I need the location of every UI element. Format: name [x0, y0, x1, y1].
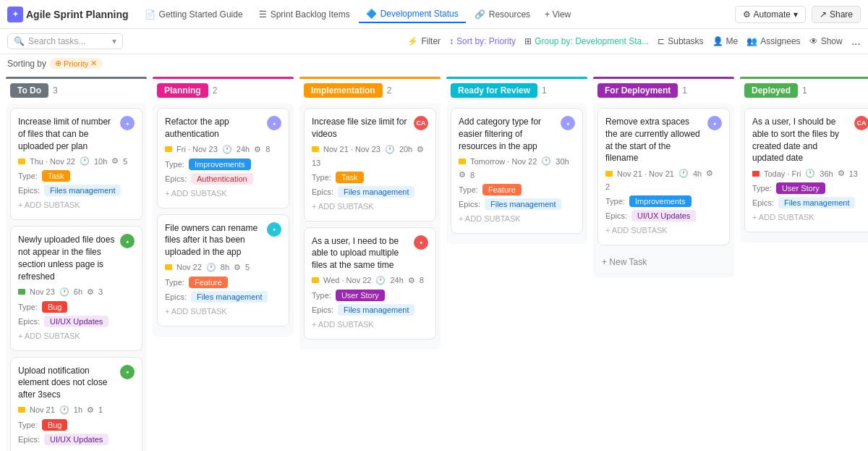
col-label: For Deployment: [597, 83, 678, 98]
task-card[interactable]: Increase file size limit for videos CA N…: [304, 108, 436, 222]
share-icon: ↗: [820, 9, 827, 20]
card-meta: Nov 21 · Nov 21 🕐 4h ⚙ 2: [605, 169, 722, 191]
add-subtask-button[interactable]: + ADD SUBTASK: [459, 211, 575, 226]
type-tag[interactable]: Bug: [42, 301, 68, 313]
sort-button[interactable]: ↕ Sort by: Priority: [449, 36, 516, 46]
epics-tag[interactable]: UI/UX Updates: [44, 434, 109, 445]
card-date: Nov 21 · Nov 23: [323, 145, 380, 153]
col-body: Refactor the app authentication ● Fri · …: [153, 104, 294, 337]
avatar: CA: [414, 116, 428, 130]
epics-tag[interactable]: Files management: [485, 198, 562, 210]
type-tag[interactable]: User Story: [336, 290, 385, 301]
epics-tag[interactable]: UI/UX Updates: [631, 210, 696, 222]
card-members: 1: [98, 405, 103, 414]
add-subtask-button[interactable]: + ADD SUBTASK: [18, 329, 135, 343]
tab-backlog[interactable]: ☰ Sprint Backlog Items: [252, 7, 357, 22]
card-title: Add category type for easier filtering o…: [459, 116, 556, 152]
add-subtask-button[interactable]: + ADD SUBTASK: [312, 317, 428, 332]
col-label: Ready for Review: [451, 83, 537, 98]
share-button[interactable]: ↗ Share: [812, 6, 861, 23]
search-icon: 🔍: [14, 36, 25, 46]
epics-tag[interactable]: UI/UX Updates: [44, 316, 109, 327]
task-card[interactable]: As a user, I should be able to sort the …: [744, 108, 868, 232]
new-task-button[interactable]: + New Task: [597, 251, 730, 273]
card-header: Remove extra spaces the are currently al…: [605, 116, 722, 164]
col-body: As a user, I should be able to sort the …: [740, 104, 868, 243]
members-icon: ⚙: [254, 145, 261, 154]
type-tag[interactable]: Improvements: [189, 159, 251, 170]
task-card[interactable]: File owners can rename files after it ha…: [157, 214, 289, 326]
col-body: Add category type for easier filtering o…: [446, 104, 587, 244]
type-tag[interactable]: Task: [42, 170, 70, 182]
clock-icon: 🕐: [805, 169, 815, 178]
card-header: Add category type for easier filtering o…: [459, 116, 575, 152]
tab-resources[interactable]: 🔗 Resources: [467, 7, 537, 22]
add-subtask-button[interactable]: + ADD SUBTASK: [165, 186, 281, 201]
type-tag[interactable]: User Story: [776, 182, 825, 194]
group-button[interactable]: ⊞ Group by: Development Sta...: [524, 36, 649, 46]
col-label: Deployed: [744, 83, 798, 98]
diamond-icon: 🔷: [366, 9, 377, 19]
epics-tag[interactable]: Files management: [778, 197, 856, 208]
priority-flag: [165, 264, 172, 270]
subtasks-button[interactable]: ⊏ Subtasks: [658, 36, 703, 46]
add-view-button[interactable]: + View: [539, 7, 576, 22]
members-icon: ⚙: [706, 169, 713, 178]
user-icon: 👤: [712, 36, 723, 46]
col-count: 2: [213, 85, 218, 96]
task-card[interactable]: As a user, I need to be able to upload m…: [304, 227, 436, 340]
type-tag[interactable]: Feature: [189, 277, 228, 288]
type-label: Type:: [18, 421, 38, 429]
type-tag[interactable]: Task: [336, 172, 364, 183]
task-card[interactable]: Upload notification element does not clo…: [10, 357, 142, 451]
type-tag[interactable]: Bug: [42, 419, 68, 431]
add-subtask-button[interactable]: + ADD SUBTASK: [18, 198, 135, 212]
card-epics-row: Epics: Files management: [312, 186, 428, 198]
task-card[interactable]: Add category type for easier filtering o…: [451, 108, 583, 234]
add-subtask-button[interactable]: + ADD SUBTASK: [165, 304, 281, 319]
tab-getting-started[interactable]: 📄 Getting Started Guide: [137, 7, 250, 22]
task-card[interactable]: Refactor the app authentication ● Fri · …: [157, 108, 289, 208]
add-subtask-button[interactable]: + ADD SUBTASK: [752, 210, 868, 224]
automate-button[interactable]: ⚙ Automate ▾: [735, 6, 806, 23]
add-subtask-button[interactable]: + ADD SUBTASK: [18, 447, 135, 451]
epics-tag[interactable]: Files management: [44, 185, 122, 196]
task-card[interactable]: Remove extra spaces the are currently al…: [597, 108, 730, 245]
priority-flag: [459, 159, 466, 164]
epics-label: Epics:: [459, 200, 480, 208]
search-box[interactable]: 🔍 Search tasks... ▾: [7, 33, 123, 49]
show-button[interactable]: 👁 Show: [809, 36, 843, 46]
epics-tag[interactable]: Files management: [338, 186, 415, 198]
toolbar-actions: ⚡ Filter ↕ Sort by: Priority ⊞ Group by:…: [407, 35, 861, 48]
add-subtask-button[interactable]: + ADD SUBTASK: [312, 199, 428, 214]
card-epics-row: Epics: Authentication: [165, 173, 281, 185]
epics-label: Epics:: [752, 198, 774, 207]
more-button[interactable]: ...: [851, 35, 861, 48]
assignees-icon: 👥: [746, 36, 757, 46]
add-subtask-button[interactable]: + ADD SUBTASK: [605, 223, 722, 237]
tab-dev-status[interactable]: 🔷 Development Status: [359, 6, 466, 23]
epics-label: Epics:: [605, 211, 627, 220]
epics-tag[interactable]: Authentication: [191, 173, 253, 185]
epics-tag[interactable]: Files management: [191, 291, 268, 303]
type-tag[interactable]: Feature: [482, 184, 522, 195]
card-title: Newly uploaded file does not appear in t…: [18, 234, 116, 282]
chevron-down-icon: ▾: [793, 9, 798, 20]
clock-icon: 🕐: [59, 287, 69, 297]
card-members: 5: [245, 263, 250, 271]
priority-sort-badge[interactable]: ⊕ Priority ✕: [49, 58, 103, 69]
card-time: 4h: [693, 169, 702, 178]
assignees-button[interactable]: 👥 Assignees: [746, 36, 800, 46]
type-tag[interactable]: Improvements: [629, 195, 692, 207]
sort-icon: ↕: [449, 36, 454, 46]
filter-button[interactable]: ⚡ Filter: [407, 36, 441, 46]
col-header: Deployed 1: [740, 79, 868, 104]
me-button[interactable]: 👤 Me: [712, 36, 739, 46]
col-label: Planning: [157, 83, 208, 98]
card-meta: Thu · Nov 22 🕐 10h ⚙ 5: [18, 156, 135, 166]
card-time: 30h: [556, 157, 569, 166]
task-card[interactable]: Increase limit of number of files that c…: [10, 108, 142, 220]
col-body: Increase file size limit for videos CA N…: [299, 104, 441, 350]
epics-tag[interactable]: Files management: [338, 304, 415, 316]
task-card[interactable]: Newly uploaded file does not appear in t…: [10, 226, 142, 350]
